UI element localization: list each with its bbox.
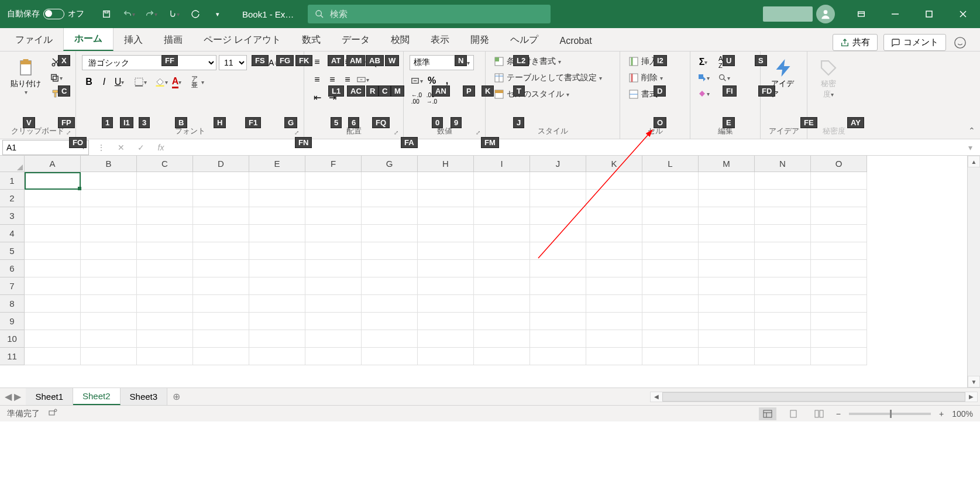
borders-button[interactable]: ▾ <box>133 75 147 89</box>
row-header[interactable]: 1 <box>0 172 25 190</box>
account-name-area[interactable] <box>763 6 813 22</box>
sheet-nav-buttons[interactable]: ◀ ▶ <box>0 388 26 405</box>
scroll-right-button[interactable]: ▶ <box>965 392 977 402</box>
sheet-tab[interactable]: Sheet3 <box>121 388 168 405</box>
tab-view[interactable]: 表示 <box>420 29 460 51</box>
enter-formula-button[interactable]: ✓ <box>131 140 151 155</box>
column-header[interactable]: N <box>755 156 811 172</box>
row-header[interactable]: 11 <box>0 348 25 365</box>
scroll-left-button[interactable]: ◀ <box>651 392 662 402</box>
align-center-button[interactable]: ≡ <box>325 73 339 87</box>
fill-color-button[interactable]: ▾ <box>154 75 169 89</box>
column-header[interactable]: I <box>474 156 530 172</box>
tab-page-layout[interactable]: ページ レイアウト <box>193 29 291 51</box>
column-header[interactable]: K <box>586 156 642 172</box>
close-button[interactable] <box>946 0 980 28</box>
italic-button[interactable]: I <box>97 75 111 89</box>
qat-customize-button[interactable]: ▾ <box>208 5 227 23</box>
scroll-down-button[interactable]: ▼ <box>968 376 980 388</box>
formula-input[interactable] <box>171 140 960 155</box>
number-launcher[interactable]: ⤢ <box>476 129 484 138</box>
tab-acrobat[interactable]: Acrobat <box>549 31 602 51</box>
row-header[interactable]: 7 <box>0 277 25 295</box>
zoom-slider[interactable] <box>849 413 931 415</box>
new-sheet-button[interactable]: ⊕ <box>167 388 185 405</box>
format-as-table-button[interactable]: テーブルとして書式設定▾ <box>491 71 604 84</box>
decrease-indent-button[interactable]: ⇤ <box>310 90 324 104</box>
column-header[interactable]: O <box>811 156 867 172</box>
tab-insert[interactable]: 挿入 <box>114 29 153 51</box>
row-header[interactable]: 8 <box>0 295 25 313</box>
collapse-ribbon-button[interactable]: ⌃ <box>968 126 975 135</box>
feedback-button[interactable] <box>952 35 968 51</box>
tab-help[interactable]: ヘルプ <box>500 29 549 51</box>
column-header[interactable]: B <box>81 156 137 172</box>
delete-cells-button[interactable]: 削除▾ <box>626 71 665 84</box>
tab-developer[interactable]: 開発 <box>460 29 500 51</box>
font-size-select[interactable]: 11 <box>219 55 247 70</box>
save-button[interactable] <box>97 5 116 23</box>
column-header[interactable]: C <box>137 156 193 172</box>
tab-review[interactable]: 校閲 <box>380 29 420 51</box>
font-name-select[interactable]: 游ゴシック <box>82 55 216 70</box>
font-color-button[interactable]: A▾ <box>170 75 184 89</box>
row-header[interactable]: 10 <box>0 330 25 348</box>
clipboard-launcher[interactable]: ⤢ <box>66 129 74 138</box>
column-header[interactable]: H <box>418 156 474 172</box>
select-all-corner[interactable] <box>0 156 25 172</box>
copy-button[interactable]: ▾ <box>49 71 63 85</box>
insert-function-button[interactable]: fx <box>151 140 171 155</box>
refresh-button[interactable] <box>186 5 205 23</box>
maximize-button[interactable] <box>912 0 946 28</box>
horizontal-scrollbar[interactable]: ◀ ▶ <box>185 388 980 405</box>
search-box[interactable]: 検索 <box>308 5 551 23</box>
fill-button[interactable]: ▾ <box>696 71 710 85</box>
phonetic-button[interactable]: ア亜▾ <box>191 75 205 89</box>
align-right-button[interactable]: ≡ <box>341 73 355 87</box>
bold-button[interactable]: B <box>82 75 96 89</box>
tab-formulas[interactable]: 数式 <box>291 29 331 51</box>
paste-button[interactable]: 貼り付け ▾ <box>6 55 46 98</box>
redo-button[interactable]: ▾ <box>142 5 160 23</box>
dropdown-indicator[interactable]: ⋮ <box>91 140 111 155</box>
view-page-layout-button[interactable] <box>785 407 802 420</box>
expand-formula-button[interactable]: ▾ <box>960 140 980 155</box>
underline-button[interactable]: U▾ <box>112 75 126 89</box>
zoom-out-button[interactable]: − <box>836 409 841 419</box>
tab-home[interactable]: ホーム <box>63 28 114 51</box>
comments-button[interactable]: コメント <box>883 34 946 51</box>
account-avatar[interactable] <box>816 5 835 23</box>
ribbon-display-button[interactable] <box>844 0 878 28</box>
tab-file[interactable]: ファイル <box>5 29 63 51</box>
merge-button[interactable]: ▾ <box>356 73 370 87</box>
sheet-tab[interactable]: Sheet2 <box>73 388 121 405</box>
column-header[interactable]: A <box>25 156 81 172</box>
row-header[interactable]: 3 <box>0 207 25 225</box>
column-header[interactable]: L <box>642 156 699 172</box>
view-page-break-button[interactable] <box>810 407 828 420</box>
column-header[interactable]: G <box>362 156 418 172</box>
autosave-toggle[interactable]: 自動保存 オフ <box>0 9 91 19</box>
tab-data[interactable]: データ <box>331 29 380 51</box>
column-header[interactable]: J <box>530 156 586 172</box>
autosum-button[interactable]: Σ▾ <box>696 55 710 69</box>
font-launcher[interactable]: ⤢ <box>294 129 302 138</box>
find-select-button[interactable]: ▾ <box>714 71 734 85</box>
row-header[interactable]: 6 <box>0 260 25 277</box>
cells-area[interactable] <box>25 172 867 365</box>
zoom-level[interactable]: 100% <box>952 409 973 419</box>
scroll-up-button[interactable]: ▲ <box>968 156 980 167</box>
tab-draw[interactable]: 描画 <box>153 29 193 51</box>
sheet-tab[interactable]: Sheet1 <box>26 388 73 405</box>
minimize-button[interactable] <box>878 0 912 28</box>
row-header[interactable]: 5 <box>0 242 25 260</box>
column-header[interactable]: E <box>249 156 305 172</box>
share-button[interactable]: 共有 <box>833 34 878 51</box>
row-header[interactable]: 4 <box>0 225 25 242</box>
clear-button[interactable]: ▾ <box>696 87 710 101</box>
increase-decimal-button[interactable]: ←.0.00 <box>410 91 424 105</box>
cell-styles-button[interactable]: セルのスタイル▾ <box>491 88 572 101</box>
alignment-launcher[interactable]: ⤢ <box>394 129 402 138</box>
column-header[interactable]: D <box>193 156 249 172</box>
column-header[interactable]: F <box>305 156 362 172</box>
